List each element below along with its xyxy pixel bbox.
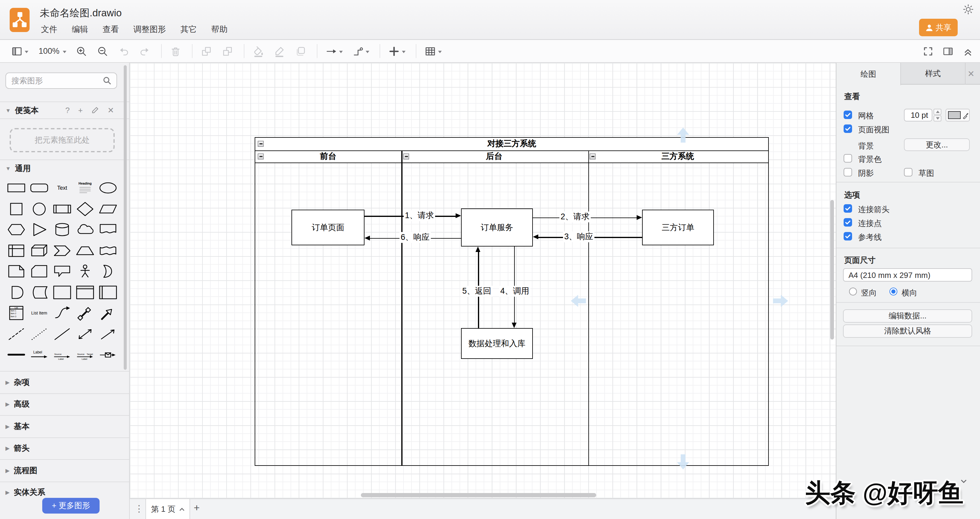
shape-actor[interactable] [75,262,95,281]
shape-square[interactable] [6,200,27,218]
theme-toggle-icon[interactable] [963,4,974,15]
lane-frontend[interactable]: 前台 [255,151,401,162]
shape-curve[interactable] [52,304,72,323]
edge-label[interactable]: 3、响应 [563,232,594,242]
edit-icon[interactable] [91,106,99,114]
canvas-vertical-scrollbar[interactable] [830,200,834,340]
shape-note[interactable] [6,262,27,281]
stepper-down[interactable] [934,115,941,121]
search-input[interactable] [6,76,103,85]
view-menu-button[interactable] [11,45,29,57]
shape-directional-connector[interactable] [98,325,118,343]
connection-points-checkbox[interactable] [844,218,852,227]
sidebar-section-general[interactable]: ▼ 通用 [0,161,130,176]
shape-triangle[interactable] [29,221,49,239]
collapse-lane-icon[interactable] [403,153,409,160]
edge-label[interactable]: 2、请求 [559,211,591,222]
shape-container[interactable] [52,283,72,302]
sketch-checkbox[interactable] [904,168,912,176]
shape-hexagon[interactable] [6,221,27,239]
sidebar-section-3[interactable]: ▶箭头 [0,437,130,459]
page-view-checkbox[interactable] [844,125,852,133]
clear-default-style-button[interactable]: 清除默认风格 [843,324,972,338]
collapse-icon[interactable] [962,45,974,57]
grid-color-button[interactable] [946,109,970,121]
shape-source-edge[interactable]: SourceLabel [52,346,72,364]
shape-line[interactable] [52,325,72,343]
grid-size-input[interactable] [904,109,932,121]
document-title[interactable]: 未命名绘图.drawio [40,6,122,20]
edge-label[interactable]: 1、请求 [404,210,435,221]
menu-item-file[interactable]: 文件 [41,24,57,35]
node-data-processing[interactable]: 数据处理和入库 [461,328,533,359]
tab-style[interactable]: 样式 [901,63,966,85]
edge-label[interactable]: 5、返回 [461,286,492,297]
scratchpad-dropzone[interactable]: 把元素拖至此处 [10,128,115,152]
shape-and[interactable] [6,283,27,302]
fullscreen-icon[interactable] [922,45,934,57]
shape-step[interactable] [52,242,72,260]
sidebar-section-1[interactable]: ▶高级 [0,393,130,415]
sidebar-section-4[interactable]: ▶流程图 [0,459,130,481]
shape-source-target-edge[interactable]: SourceLabelTarget [75,346,95,364]
shape-cube[interactable] [29,242,49,260]
shape-arrow[interactable] [98,304,118,323]
shadow-checkbox[interactable] [844,168,852,176]
guides-checkbox[interactable] [844,232,852,241]
portrait-radio[interactable] [849,287,857,295]
shape-horizontal-line[interactable] [6,346,27,364]
shape-tape[interactable] [98,242,118,260]
zoom-level-button[interactable]: 100% [37,46,66,56]
hint-arrow-right-icon[interactable] [773,294,789,308]
insert-button[interactable] [388,45,405,57]
collapse-lane-icon[interactable] [590,153,596,160]
shape-heading[interactable]: Heading [75,179,95,197]
shape-rectangle[interactable] [6,179,27,197]
more-shapes-button[interactable]: + 更多图形 [42,498,100,514]
lane-thirdparty[interactable]: 三方系统 [587,151,768,162]
shape-bidirectional-connector[interactable] [75,325,95,343]
shape-list-item[interactable]: List Item [29,304,49,323]
shape-internal-storage[interactable] [6,242,27,260]
shape-document[interactable] [98,221,118,239]
background-color-checkbox[interactable] [844,154,852,163]
shape-data-storage[interactable] [29,283,49,302]
format-panel-right-icon[interactable] [942,45,954,57]
edge-label[interactable]: 6、响应 [399,232,431,243]
shape-label-arrow[interactable]: Label [29,346,49,364]
node-order-page[interactable]: 订单页面 [291,210,364,245]
node-third-party-order[interactable]: 三方订单 [642,210,714,245]
edge-call-4[interactable] [514,246,515,323]
sidebar-section-0[interactable]: ▶杂项 [0,371,130,393]
change-background-button[interactable]: 更改... [904,138,970,151]
shape-cylinder[interactable] [52,221,72,239]
grid-size-stepper[interactable] [934,109,941,121]
zoom-out-button[interactable] [96,45,108,57]
collapse-lane-icon[interactable] [258,153,264,160]
diagram-canvas[interactable]: 对接三方系统 前台 后台 三方系统 订单页面 订单服务 三方 [130,63,836,498]
shape-bidirectional-arrow[interactable] [75,304,95,323]
collapse-pool-icon[interactable] [258,141,264,147]
menu-item-arrange[interactable]: 调整图形 [134,24,166,35]
sidebar-section-2[interactable]: ▶基本 [0,415,130,437]
connection-button[interactable] [325,45,342,57]
shape-ellipse[interactable] [98,179,118,197]
share-button[interactable]: 共享 [919,19,958,36]
table-button[interactable] [424,45,441,57]
waypoints-button[interactable] [352,45,369,57]
canvas-horizontal-scrollbar[interactable] [361,493,596,497]
tab-diagram[interactable]: 绘图 [836,63,901,85]
shape-cloud[interactable] [75,221,95,239]
zoom-in-button[interactable] [75,45,87,57]
grid-checkbox[interactable] [844,110,852,119]
edit-data-button[interactable]: 编辑数据... [843,309,972,323]
shape-callout[interactable] [52,262,72,281]
shape-diamond[interactable] [75,200,95,218]
shape-trapezoid[interactable] [75,242,95,260]
hint-arrow-left-icon[interactable] [570,294,586,308]
edge-label[interactable]: 4、调用 [499,286,530,297]
shape-or[interactable] [98,262,118,281]
pool-container[interactable]: 对接三方系统 前台 后台 三方系统 [255,137,769,466]
hint-arrow-up-icon[interactable] [676,127,690,142]
shape-parallelogram[interactable] [98,200,118,218]
